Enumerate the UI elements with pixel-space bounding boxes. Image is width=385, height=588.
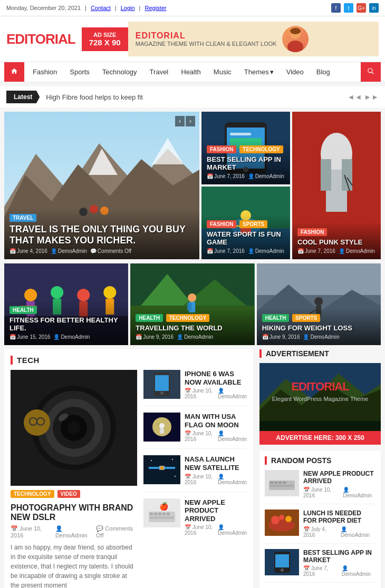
svg-rect-22 [321, 159, 331, 191]
tag-sports-water: SPORTS [239, 220, 267, 228]
ad-person-avatar [282, 26, 309, 52]
latest-prev[interactable]: ◄◄ [348, 93, 362, 101]
hiking-meta: 📅 June 9, 2016 👤 DemoAdmin [262, 334, 376, 340]
svg-point-82 [160, 466, 163, 469]
tech-main-meta: 📅 June 10, 2016 👤 DemoAdmin 💬 Comments O… [11, 525, 137, 538]
tech-list-meta-1: 📅 June 10, 2016 👤 DemoAdmin [185, 430, 247, 442]
tech-list-title-2: NASA LAUNCH NEW SATELLITE [185, 455, 247, 472]
fitness-card[interactable]: HEALTH FITNESS FOR BETTER HEALTHY LIFE. … [4, 263, 128, 345]
svg-rect-88 [150, 513, 153, 515]
latest-bar: Latest High Fibre food helps to keep fit… [0, 86, 385, 107]
header: EDITORIAL AD SIZE 728 X 90 EDITORIAL MAG… [0, 16, 385, 62]
ad-editorial-text: EDITORIAL MAGAZINE THEME WITH CLEAN & EL… [136, 31, 277, 47]
nav-search-button[interactable] [361, 62, 381, 82]
top-bar-date: Monday, December 20, 2021 [6, 5, 81, 11]
fitness-meta: 📅 June 15, 2016 👤 DemoAdmin [9, 334, 123, 340]
tech-list-item[interactable]: 🍎 NEW APPLE PRODUCT ARRIVED 📅 June 10, 2… [143, 498, 247, 543]
hero-bottom-mid-card[interactable]: FASHION SPORTS WATER SPORT IS FUN GAME 📅… [201, 187, 290, 259]
svg-rect-120 [270, 482, 273, 484]
svg-point-127 [271, 516, 280, 524]
nav-health[interactable]: Health [175, 63, 207, 81]
nav-travel[interactable]: Travel [143, 63, 175, 81]
hero-far-right-card[interactable]: FASHION COOL PUNK STYLE 📅 June 7, 2016 👤… [292, 112, 381, 259]
svg-rect-90 [158, 513, 161, 515]
fitness-title: FITNESS FOR BETTER HEALTHY LIFE. [9, 316, 123, 332]
svg-rect-132 [275, 554, 289, 567]
sidebar-ad-image: EDITORIAL Elegant WordPress Magazine The… [259, 363, 381, 445]
svg-text:🍎: 🍎 [159, 502, 169, 511]
svg-rect-93 [150, 516, 174, 519]
svg-point-62 [68, 422, 80, 434]
sidebar-ad-logo: EDITORIAL [291, 380, 349, 394]
hiking-card[interactable]: HEALTH SPORTS HIKING FOR WEIGHT LOSS 📅 J… [257, 263, 381, 345]
svg-point-47 [188, 293, 196, 302]
hero-top-right-title: BEST SELLING APP IN MARKET [207, 155, 285, 172]
nav-music[interactable]: Music [207, 63, 238, 81]
tag-fashion-water: FASHION [207, 220, 236, 228]
tech-list-img-3: 🍎 [143, 498, 180, 527]
hiking-title: HIKING FOR WEIGHT LOSS [262, 324, 376, 332]
tech-list-title-1: MAN WITH USA FLAG ON MOON [185, 413, 247, 429]
hero-main-card[interactable]: ‹ › [4, 112, 199, 259]
ad-label: AD SIZE [89, 32, 121, 38]
nav-sports[interactable]: Sports [63, 63, 96, 81]
tech-main-image [11, 370, 137, 486]
svg-rect-77 [160, 428, 164, 434]
hiking-card-overlay: HEALTH SPORTS HIKING FOR WEIGHT LOSS 📅 J… [257, 308, 381, 345]
tech-main-text: I am so happy, my dear friend, so absorb… [11, 543, 137, 588]
twitter-link[interactable]: t [344, 3, 353, 13]
register-link[interactable]: Register [145, 5, 166, 11]
camera-illustration [11, 370, 137, 486]
tech-list-img-1 [143, 413, 180, 442]
svg-rect-123 [283, 482, 286, 484]
svg-point-71 [160, 391, 163, 395]
fitness-card-overlay: HEALTH FITNESS FOR BETTER HEALTHY LIFE. … [4, 300, 128, 345]
random-posts-section: RANDOM POSTS [259, 451, 381, 588]
tech-list-content-3: NEW APPLE PRODUCT ARRIVED 📅 June 10, 201… [185, 498, 247, 536]
tech-list-title-0: IPHONE 6 WAS NOW AVAILABLE [185, 370, 247, 386]
svg-rect-89 [154, 513, 157, 515]
svg-point-128 [285, 516, 292, 522]
tech-list-item[interactable]: MAN WITH USA FLAG ON MOON 📅 June 10, 201… [143, 413, 247, 449]
svg-rect-91 [162, 513, 166, 515]
slider-next[interactable]: › [186, 116, 195, 126]
svg-rect-80 [149, 467, 159, 469]
travel-tag2: TECHNOLOGY [166, 314, 210, 322]
nav-blog[interactable]: Blog [310, 63, 336, 81]
ad-section-title: ADVERTISEMENT [266, 349, 329, 358]
travel-title: TRAVELLING THE WORLD [136, 324, 249, 332]
ad-editorial-sub: MAGAZINE THEME WITH CLEAN & ELEGANT LOOK [136, 41, 277, 47]
random-post-item[interactable]: NEW APPLE PRODUCT ARRIVED 📅 June 10, 201… [265, 470, 376, 504]
random-post-meta-2: 📅 June 7, 2016 👤 DemoAdmin [303, 565, 376, 577]
tech-list-img-0 [143, 370, 180, 399]
tech-list-item[interactable]: IPHONE 6 WAS NOW AVAILABLE 📅 June 10, 20… [143, 370, 247, 406]
random-post-item[interactable]: LUNCH IS NEEDED FOR PROPER DIET 📅 July 4… [265, 509, 376, 544]
random-post-item[interactable]: BEST SELLING APP IN MARKET 📅 June 7, 201… [265, 549, 376, 583]
svg-rect-70 [155, 375, 169, 391]
svg-point-33 [24, 289, 37, 301]
nav-technology[interactable]: Technology [96, 63, 143, 81]
tech-list-content-1: MAN WITH USA FLAG ON MOON 📅 June 10, 201… [185, 413, 247, 442]
contact-link[interactable]: Contact [91, 5, 111, 11]
googleplus-link[interactable]: G+ [357, 3, 366, 13]
nav-fashion[interactable]: Fashion [26, 63, 63, 81]
linkedin-link[interactable]: in [369, 3, 379, 13]
sidebar: ADVERTISEMENT EDITORIAL [259, 349, 381, 588]
latest-next[interactable]: ►► [364, 93, 379, 101]
tech-list-item[interactable]: NASA LAUNCH NEW SATELLITE 📅 June 10, 201… [143, 455, 247, 492]
travel-card[interactable]: HEALTH TECHNOLOGY TRAVELLING THE WORLD 📅… [130, 263, 254, 345]
tech-list-meta-0: 📅 June 10, 2016 👤 DemoAdmin [185, 388, 247, 399]
satellite-thumbnail [143, 455, 180, 484]
tech-main-article: TECHNOLOGY VIDEO PHOTOGRAPHY WITH BRAND … [11, 370, 137, 588]
sidebar-ad-cta[interactable]: ADVERTISE HERE: 300 X 250 [259, 431, 381, 445]
hero-top-right-card[interactable]: FASHION TECHNOLOGY BEST SELLING APP IN M… [201, 112, 290, 184]
hero-grid: ‹ › [4, 112, 381, 259]
nav-themes[interactable]: Themes ▾ [238, 63, 280, 81]
slider-prev[interactable]: ‹ [175, 116, 185, 126]
svg-point-133 [281, 569, 284, 572]
login-link[interactable]: Login [121, 5, 135, 11]
svg-rect-122 [278, 482, 282, 484]
facebook-link[interactable]: f [331, 3, 341, 13]
nav-video[interactable]: Video [280, 63, 310, 81]
nav-home-button[interactable] [4, 62, 24, 82]
